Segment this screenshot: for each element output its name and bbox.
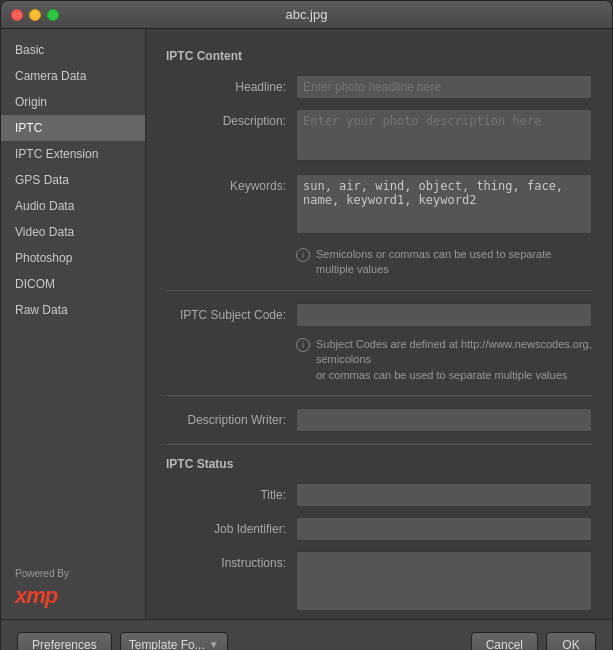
template-dropdown-label: Template Fo... <box>129 638 205 651</box>
sidebar-item-dicom[interactable]: DICOM <box>1 271 145 297</box>
iptc-content-header: IPTC Content <box>166 49 592 63</box>
subject-code-label: IPTC Subject Code: <box>166 303 296 322</box>
description-writer-input[interactable] <box>296 408 592 432</box>
instructions-row: Instructions: <box>166 551 592 614</box>
instructions-input[interactable] <box>296 551 592 611</box>
headline-label: Headline: <box>166 75 296 94</box>
sidebar-item-basic[interactable]: Basic <box>1 37 145 63</box>
headline-control <box>296 75 592 99</box>
keywords-info-icon: i <box>296 248 310 262</box>
keywords-input[interactable]: sun, air, wind, object, thing, face, nam… <box>296 174 592 234</box>
iptc-status-header: IPTC Status <box>166 457 592 471</box>
title-control <box>296 483 592 507</box>
maximize-button[interactable] <box>47 9 59 21</box>
keywords-control: sun, air, wind, object, thing, face, nam… <box>296 174 592 237</box>
instructions-control <box>296 551 592 614</box>
description-writer-label: Description Writer: <box>166 408 296 427</box>
job-identifier-control <box>296 517 592 541</box>
template-dropdown[interactable]: Template Fo... ▼ <box>120 632 228 651</box>
subject-code-info-text: Subject Codes are defined at http://www.… <box>316 337 592 383</box>
sidebar-item-audio-data[interactable]: Audio Data <box>1 193 145 219</box>
titlebar: abc.jpg <box>1 1 612 29</box>
chevron-down-icon: ▼ <box>209 639 219 650</box>
title-label: Title: <box>166 483 296 502</box>
close-button[interactable] <box>11 9 23 21</box>
divider-1 <box>166 290 592 291</box>
footer: Preferences Template Fo... ▼ Cancel OK <box>1 619 612 650</box>
sidebar-item-gps-data[interactable]: GPS Data <box>1 167 145 193</box>
keywords-info-row: i Semicolons or commas can be used to se… <box>166 247 592 278</box>
description-writer-row: Description Writer: <box>166 408 592 432</box>
traffic-lights <box>11 9 59 21</box>
subject-code-info-icon: i <box>296 338 310 352</box>
job-identifier-label: Job Identifier: <box>166 517 296 536</box>
title-input[interactable] <box>296 483 592 507</box>
cancel-button[interactable]: Cancel <box>471 632 538 651</box>
title-row: Title: <box>166 483 592 507</box>
description-input[interactable] <box>296 109 592 161</box>
sidebar-item-raw-data[interactable]: Raw Data <box>1 297 145 323</box>
subject-code-info-row: i Subject Codes are defined at http://ww… <box>166 337 592 383</box>
description-label: Description: <box>166 109 296 128</box>
powered-by-text: Powered By <box>15 568 69 579</box>
keywords-row: Keywords: sun, air, wind, object, thing,… <box>166 174 592 237</box>
job-identifier-row: Job Identifier: <box>166 517 592 541</box>
description-control <box>296 109 592 164</box>
content-area: Basic Camera Data Origin IPTC IPTC Exten… <box>1 29 612 619</box>
job-identifier-input[interactable] <box>296 517 592 541</box>
description-writer-control <box>296 408 592 432</box>
divider-2 <box>166 395 592 396</box>
headline-row: Headline: <box>166 75 592 99</box>
sidebar-item-photoshop[interactable]: Photoshop <box>1 245 145 271</box>
sidebar-item-video-data[interactable]: Video Data <box>1 219 145 245</box>
keywords-info-text: Semicolons or commas can be used to sepa… <box>316 247 592 278</box>
headline-input[interactable] <box>296 75 592 99</box>
main-panel: IPTC Content Headline: Description: Keyw… <box>146 29 612 619</box>
sidebar: Basic Camera Data Origin IPTC IPTC Exten… <box>1 29 146 619</box>
instructions-label: Instructions: <box>166 551 296 570</box>
divider-3 <box>166 444 592 445</box>
preferences-button[interactable]: Preferences <box>17 632 112 651</box>
subject-code-control <box>296 303 592 327</box>
description-row: Description: <box>166 109 592 164</box>
window-title: abc.jpg <box>286 7 328 22</box>
ok-button[interactable]: OK <box>546 632 596 651</box>
sidebar-item-camera-data[interactable]: Camera Data <box>1 63 145 89</box>
sidebar-item-iptc[interactable]: IPTC <box>1 115 145 141</box>
keywords-label: Keywords: <box>166 174 296 193</box>
sidebar-item-origin[interactable]: Origin <box>1 89 145 115</box>
subject-code-input[interactable] <box>296 303 592 327</box>
xmp-logo: xmp <box>15 583 57 609</box>
sidebar-bottom: Powered By xmp <box>1 558 145 619</box>
sidebar-item-iptc-extension[interactable]: IPTC Extension <box>1 141 145 167</box>
main-window: abc.jpg Basic Camera Data Origin IPTC IP… <box>0 0 613 650</box>
subject-code-row: IPTC Subject Code: <box>166 303 592 327</box>
minimize-button[interactable] <box>29 9 41 21</box>
